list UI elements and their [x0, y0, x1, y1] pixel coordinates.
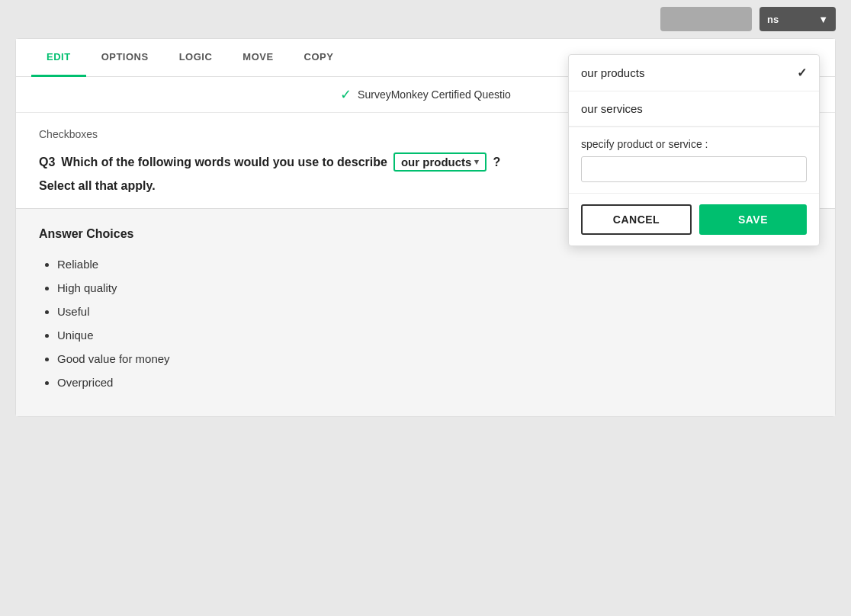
- cancel-button[interactable]: CANCEL: [581, 204, 692, 235]
- tab-move[interactable]: MOVE: [227, 39, 288, 77]
- certified-check-icon: ✓: [340, 86, 352, 103]
- question-number: Q3: [39, 156, 55, 169]
- list-item: Good value for money: [57, 351, 812, 367]
- dropdown-option-our-services[interactable]: our services: [569, 91, 819, 127]
- tab-edit[interactable]: EDIT: [31, 39, 86, 77]
- option-selected-checkmark-icon: ✓: [797, 66, 807, 80]
- inline-dropdown-arrow-icon: ▾: [474, 157, 479, 167]
- specify-label: specify product or service :: [581, 138, 807, 150]
- top-bar-button-1: [660, 7, 752, 31]
- save-button[interactable]: SAVE: [699, 204, 807, 235]
- list-item: Reliable: [57, 256, 812, 272]
- specify-section: specify product or service :: [569, 127, 819, 193]
- list-item: Useful: [57, 303, 812, 319]
- list-item: High quality: [57, 280, 812, 296]
- tab-copy[interactable]: COPY: [289, 39, 349, 77]
- question-text-before: Which of the following words would you u…: [61, 156, 387, 169]
- popup-buttons: CANCEL SAVE: [569, 193, 819, 245]
- tab-logic[interactable]: LOGIC: [164, 39, 228, 77]
- options-ns-label: ns: [767, 14, 779, 25]
- top-bar: ns ▼: [0, 0, 851, 38]
- dropdown-option-our-products[interactable]: our products ✓: [569, 55, 819, 91]
- main-card: EDIT OPTIONS LOGIC MOVE COPY ✓ SurveyMon…: [15, 38, 836, 417]
- inline-variable-dropdown[interactable]: our products ▾: [393, 152, 487, 172]
- question-text-after: ?: [493, 156, 500, 169]
- option-label-our-products: our products: [581, 66, 644, 79]
- inline-dropdown-value: our products: [401, 156, 472, 168]
- answers-title: Answer Choices: [39, 227, 133, 241]
- tab-options[interactable]: OPTIONS: [86, 39, 164, 77]
- answer-choices-list: Reliable High quality Useful Unique Good…: [39, 256, 812, 390]
- dropdown-arrow-icon: ▼: [818, 14, 828, 25]
- options-ns-dropdown[interactable]: ns ▼: [759, 7, 836, 31]
- variable-dropdown-popup: our products ✓ our services specify prod…: [568, 54, 820, 246]
- certified-text: SurveyMonkey Certified Questio: [358, 88, 511, 101]
- list-item: Unique: [57, 327, 812, 343]
- list-item: Overpriced: [57, 374, 812, 390]
- option-label-our-services: our services: [581, 102, 643, 115]
- specify-input[interactable]: [581, 156, 807, 182]
